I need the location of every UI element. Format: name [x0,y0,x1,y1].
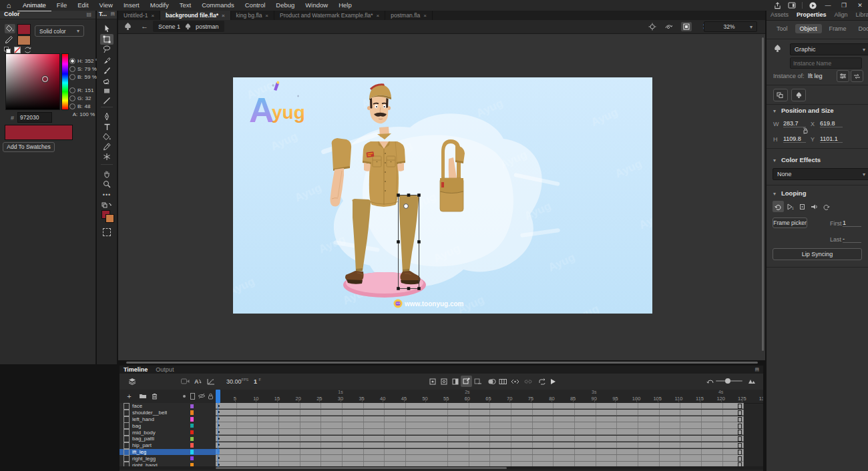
layer-outline-color[interactable] [190,424,194,428]
swap-symbol-icon[interactable] [851,70,863,82]
menu-commands[interactable]: Commands [196,0,240,11]
layer-outline-color[interactable] [190,450,194,454]
stroke-pencil-icon[interactable] [5,35,15,44]
color-component-value[interactable]: 151 [85,87,93,93]
paint-bucket-tool[interactable] [100,131,114,142]
default-colors-icon[interactable] [4,47,11,53]
remove-frames-icon[interactable] [472,376,483,387]
rectangle-tool[interactable] [100,85,114,96]
close-tab-icon[interactable]: × [423,13,427,19]
possize-title[interactable]: Position and Size [781,107,834,114]
close-tab-icon[interactable]: × [222,13,225,19]
frame-span-hip_part[interactable] [216,442,744,448]
color-effect-dropdown[interactable]: None▾ [773,168,868,180]
close-tab-icon[interactable]: × [151,13,154,19]
insert-keyframe-icon[interactable] [427,376,438,387]
panel-tab-properties[interactable]: Properties [793,10,831,19]
onion-skin-outline-icon[interactable] [497,376,509,387]
marquee-options-icon[interactable] [100,227,114,238]
layer-name[interactable]: mid_body [132,430,156,436]
lip-syncing-button[interactable]: Lip Syncing [773,248,862,260]
layer-outline-color[interactable] [190,456,194,461]
radio-button[interactable] [69,87,75,93]
possize-collapse-icon[interactable]: ▾ [773,108,776,114]
layer-name[interactable]: right_legg [132,456,156,462]
workspace-icon[interactable] [785,0,799,11]
loop-button[interactable] [773,201,784,212]
asset-warp-tool[interactable] [100,151,114,162]
panel-tab-assets[interactable]: Assets [767,10,793,19]
frame-span-face[interactable] [216,403,744,409]
symbol-type-dropdown[interactable]: Graphic▾ [790,43,868,55]
insert-frame-icon[interactable] [449,376,461,387]
auto-keyframe-icon[interactable] [461,376,472,387]
doc-tab-untitled-1[interactable]: Untitled-1× [118,11,160,20]
rotation-tool-icon[interactable] [664,23,673,31]
coloreffects-collapse-icon[interactable]: ▾ [773,157,776,163]
menu-insert[interactable]: Insert [118,0,145,11]
color-picker-marker[interactable] [42,76,48,82]
panel-tab-align[interactable]: Align [831,10,852,19]
color-row-s[interactable]: S: 79 % [69,65,95,73]
radio-button[interactable] [69,103,75,109]
color-component-value[interactable]: 79 % [85,66,97,72]
swap-colors-icon[interactable] [24,47,31,53]
timeline-tab-output[interactable]: Output [152,366,178,374]
play-button[interactable] [548,376,559,387]
edit-scene-icon[interactable] [124,22,132,31]
last-frame-value[interactable]: - [843,235,861,243]
frame-span-right_legg[interactable] [216,455,744,461]
share-icon[interactable] [770,0,785,11]
pen-tool[interactable] [100,111,114,122]
link-wh-icon[interactable] [802,127,809,135]
frame-span-shoulder__belt[interactable] [216,410,744,416]
frame-span-mid_body[interactable] [216,429,744,435]
radio-button[interactable] [69,58,75,64]
lock-all-icon[interactable] [205,390,216,402]
radio-button[interactable] [69,74,75,80]
frame-ruler[interactable]: 5101520253035404550556065707580859095100… [216,390,763,403]
instance-behavior-icon[interactable] [837,70,849,82]
h-value[interactable]: 1109.8 [783,135,806,143]
classic-brush-tool[interactable] [100,65,114,76]
clip-content-icon[interactable] [681,22,692,31]
x-value[interactable]: 619.8 [820,120,843,127]
symbol-edit-icons[interactable] [100,200,114,211]
doc-tab-product-and-watermark-example-fla-[interactable]: Product and Watermark Example.fla*× [274,11,385,20]
frame-span-lft_leg[interactable] [216,449,744,455]
back-arrow-icon[interactable]: ← [141,22,148,30]
radio-button[interactable] [69,95,75,101]
tools-panel-menu-icon[interactable]: ▤ [110,11,115,17]
menu-view[interactable]: View [94,0,118,11]
link-frames-icon[interactable] [522,376,533,387]
color-row-b[interactable]: B: 59 % [69,73,95,81]
layer-name[interactable]: hip_part [132,442,152,448]
color-row-b[interactable]: B: 48 [69,103,95,110]
home-icon[interactable]: ⌂ [0,1,17,9]
layer-outline-color[interactable] [190,404,194,409]
subtab-object[interactable]: Object [795,24,822,33]
parenting-view-icon[interactable]: A [192,376,203,387]
layer-outline-color[interactable] [190,443,194,448]
close-tab-icon[interactable]: × [265,13,268,19]
hex-input[interactable] [17,112,52,123]
color-panel-menu-icon[interactable]: ▤ [86,11,91,17]
insert-blank-keyframe-icon[interactable] [438,376,449,387]
graph-editor-icon[interactable] [205,376,216,387]
menu-edit[interactable]: Edit [72,0,93,11]
layer-outline-color[interactable] [190,430,194,435]
zoom-tool[interactable] [100,179,114,189]
play-audio-button[interactable] [809,201,820,212]
color-mode-dropdown[interactable]: Solid color▾ [35,25,84,37]
radio-button[interactable] [69,66,75,72]
color-row-r[interactable]: R: 151 [69,87,95,94]
close-tab-icon[interactable]: × [377,13,380,19]
blend-mode-icon[interactable] [773,89,788,101]
no-color-icon[interactable] [14,47,21,53]
color-component-value[interactable]: 32 [85,95,91,101]
doc-tab-postman-fla[interactable]: postman.fla× [385,11,433,20]
doc-tab-king-bg-fla[interactable]: king bg.fla× [231,11,274,20]
onion-skin-icon[interactable] [486,376,497,387]
layer-outline-color[interactable] [190,417,194,422]
looping-collapse-icon[interactable]: ▾ [773,191,776,197]
